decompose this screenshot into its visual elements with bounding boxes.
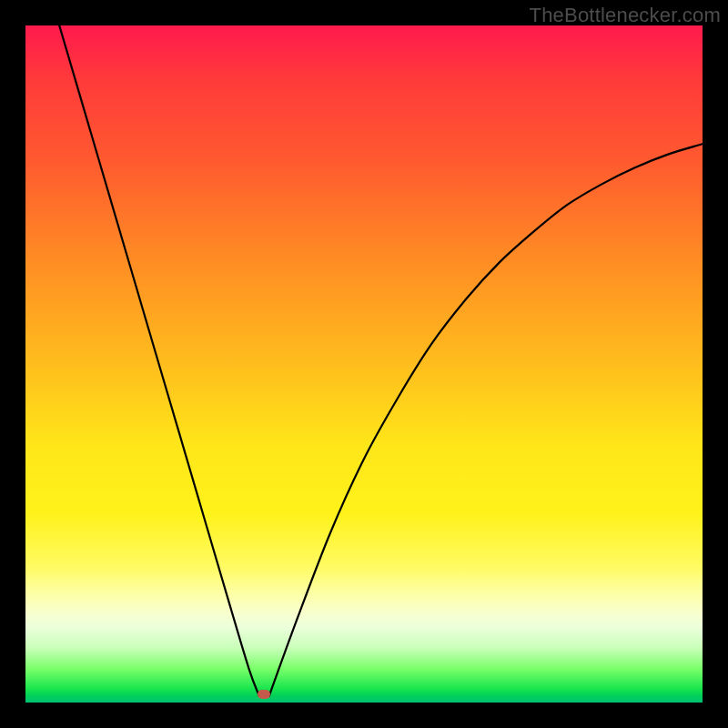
chart-frame: TheBottlenecker.com — [0, 0, 728, 728]
watermark-text: TheBottlenecker.com — [530, 4, 721, 27]
optimal-marker — [258, 690, 270, 699]
curve-left-branch — [59, 25, 258, 696]
curve-right-branch — [269, 144, 703, 695]
curve-layer — [25, 25, 703, 703]
plot-area — [25, 25, 703, 703]
